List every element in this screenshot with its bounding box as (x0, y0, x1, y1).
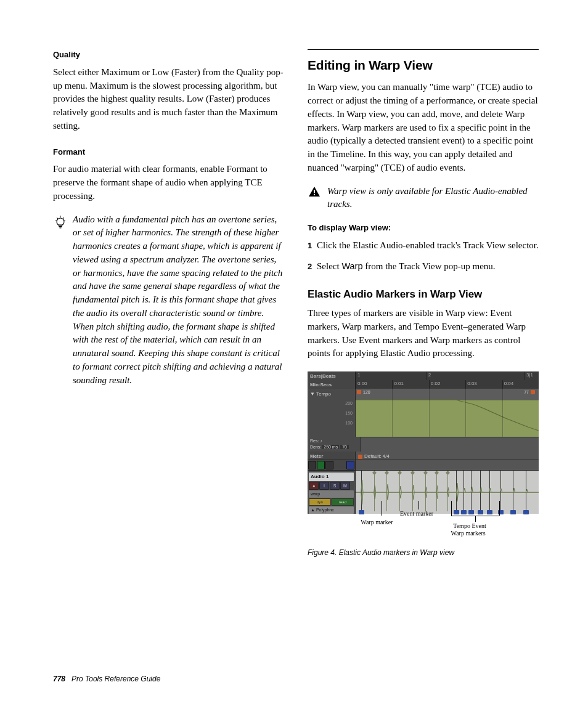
track-toolbar (308, 460, 356, 470)
bar-2: 2 (427, 371, 525, 380)
ruler-min-ticks: 0:00 0:01 0:02 0:03 0:04 (356, 380, 539, 389)
figure-4: Bars|Beats 1 2 3|1 Min:Secs 0:00 0:01 (308, 371, 539, 558)
step-1: 1 Click the Elastic Audio-enabled track'… (308, 239, 539, 253)
rec-btn: ● (309, 482, 319, 490)
columns: Quality Select either Maximum or Low (Fa… (53, 49, 539, 559)
read-btn: read (332, 498, 354, 506)
heading-elastic-markers: Elastic Audio Markers in Warp View (308, 287, 539, 302)
para-intro: In Warp view, you can manually "time war… (308, 81, 539, 174)
tempo-panel: ▼ Tempo 200 150 100 (308, 389, 356, 437)
right-column: Editing in Warp View In Warp view, you c… (308, 49, 539, 559)
figure-screenshot: Bars|Beats 1 2 3|1 Min:Secs 0:00 0:01 (308, 371, 539, 507)
dyn-btn: dyn (309, 498, 331, 506)
step-2-ui: Warp (341, 261, 362, 271)
page: Quality Select either Maximum or Low (Fa… (0, 0, 588, 714)
input-btn: I (319, 482, 329, 490)
ruler-bars-ticks: 1 2 3|1 (356, 371, 539, 380)
svg-rect-1 (314, 190, 315, 193)
step-1-text: Click the Elastic Audio-enabled track's … (314, 240, 539, 250)
time-3: 0:03 (465, 380, 502, 389)
warning-text: Warp view is only available for Elastic … (327, 185, 539, 212)
tip-block: Audio with a fundamental pitch has an ov… (53, 213, 284, 387)
warning-block: Warp view is only available for Elastic … (308, 185, 539, 212)
tip-text: Audio with a fundamental pitch has an ov… (73, 213, 284, 387)
time-4: 0:04 (502, 380, 539, 389)
tempo-tick-150: 150 (310, 410, 353, 416)
warning-icon (308, 185, 321, 212)
heading-task: To display Warp view: (308, 222, 539, 234)
bar-3: 3|1 (525, 371, 539, 380)
step-2-text-c: from the Track View pop-up menu. (363, 261, 496, 271)
section-rule (308, 49, 539, 50)
svg-point-0 (57, 218, 64, 225)
tempo-graph: 120 77 (356, 389, 539, 437)
res-label: Res: (310, 439, 319, 443)
heading-formant: Formant (53, 147, 284, 158)
step-1-number: 1 (308, 241, 312, 250)
page-footer: 778Pro Tools Reference Guide (53, 674, 160, 684)
res-dens-panel: Res: ♪ Dens: 250 ms 70 (308, 437, 361, 452)
track-name: Audio 1 (309, 473, 354, 481)
callout-tempo2: Warp markers (451, 529, 486, 538)
axis70: 70 (340, 445, 349, 449)
step-2: 2 Select Warp from the Track View pop-up… (308, 260, 539, 274)
callout-warp: Warp marker (361, 518, 393, 527)
dens-value: 250 ms (322, 445, 339, 449)
view-selector: warp (309, 490, 354, 498)
para-quality: Select either Maximum or Low (Faster) fr… (53, 66, 284, 133)
meter-label: Meter (308, 452, 356, 460)
heading-editing-warp: Editing in Warp View (308, 56, 539, 75)
figure-callouts: Event marker Warp marker Tempo Event War… (308, 507, 539, 540)
step-2-number: 2 (308, 262, 312, 271)
time-0: 0:00 (356, 380, 392, 389)
tempo-tick-100: 100 (310, 420, 353, 426)
step-2-text-a: Select (314, 261, 341, 271)
solo-btn: S (330, 482, 340, 490)
heading-quality: Quality (53, 49, 284, 61)
tempo-label: Tempo (316, 391, 331, 397)
para-formant: For audio material with clear formants, … (53, 163, 284, 203)
svg-rect-2 (314, 194, 315, 195)
ruler-min-label: Min:Secs (308, 380, 356, 389)
mute-btn: M (340, 482, 350, 490)
meter-value: Default: 4/4 (364, 453, 390, 459)
tempo-tick-200: 200 (310, 400, 353, 407)
figure-caption: Figure 4. Elastic Audio markers in Warp … (308, 548, 539, 558)
para-markers: Three types of markers are visible in Wa… (308, 307, 539, 360)
callout-event: Event marker (400, 509, 433, 519)
page-number: 778 (53, 675, 65, 683)
ruler-bars-label: Bars|Beats (308, 371, 356, 380)
tip-icon (53, 213, 68, 387)
time-1: 0:01 (392, 380, 428, 389)
book-title: Pro Tools Reference Guide (71, 675, 160, 683)
left-column: Quality Select either Maximum or Low (Fa… (53, 49, 284, 559)
dens-label: Dens: (310, 445, 321, 449)
bar-1: 1 (356, 371, 427, 380)
time-2: 0:02 (429, 380, 465, 389)
